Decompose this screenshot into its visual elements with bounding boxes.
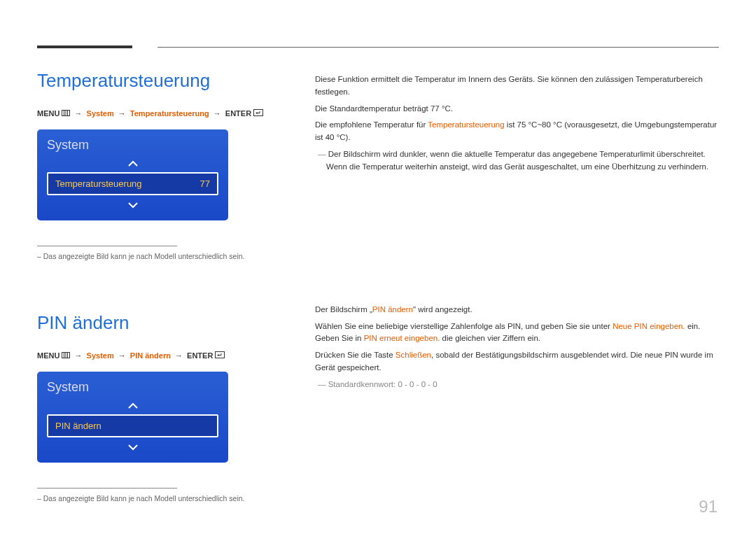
section-title-pin: PIN ändern	[37, 312, 289, 334]
system-menu-box-temperature: System Temperatursteuerung 77	[37, 129, 228, 220]
dash-icon: ―	[318, 380, 328, 388]
divider	[37, 488, 177, 489]
left-column: Temperatursteuerung MENU → System → Temp…	[37, 70, 289, 503]
breadcrumb-menu: MENU	[37, 109, 59, 118]
chevron-up-row[interactable]	[47, 399, 218, 412]
menu-item-pin[interactable]: PIN ändern	[47, 414, 218, 437]
chevron-down-row[interactable]	[47, 198, 218, 211]
divider	[37, 246, 177, 246]
arrow-icon: →	[118, 109, 126, 118]
enter-icon	[253, 109, 263, 118]
menu-item-label: Temperatursteuerung	[55, 178, 142, 189]
menu-box-title: System	[47, 138, 218, 153]
chevron-down-icon	[127, 202, 139, 209]
breadcrumb-enter: ENTER	[187, 351, 213, 360]
keyword: Temperatursteuerung	[428, 120, 504, 129]
breadcrumb-system: System	[87, 351, 114, 360]
keyword: Schließen	[396, 351, 431, 359]
menu-item-label: PIN ändern	[55, 421, 102, 431]
system-menu-box-pin: System PIN ändern	[37, 372, 228, 463]
top-horizontal-rule	[158, 47, 719, 48]
arrow-icon: →	[75, 109, 83, 118]
arrow-icon: →	[118, 351, 126, 360]
image-note: Das angezeigte Bild kann je nach Modell …	[37, 494, 289, 503]
keyword: PIN erneut eingeben.	[364, 334, 440, 342]
dash-paragraph: ― Standardkennwort: 0 - 0 - 0 - 0	[315, 379, 718, 391]
breadcrumb-pin: MENU → System → PIN ändern → ENTER	[37, 351, 289, 360]
dash-icon: ―	[318, 150, 328, 158]
paragraph: Drücken Sie die Taste Schließen, sobald …	[315, 349, 718, 374]
keyword: PIN ändern	[372, 305, 413, 314]
enter-icon	[215, 351, 225, 360]
paragraph: Diese Funktion ermittelt die Temperatur …	[315, 73, 718, 99]
breadcrumb-menu: MENU	[37, 351, 59, 360]
menu-icon	[62, 109, 70, 118]
body-text-pin: Der Bildschirm „PIN ändern" wird angezei…	[315, 304, 718, 391]
menu-icon	[62, 351, 70, 360]
image-note: Das angezeigte Bild kann je nach Modell …	[37, 252, 289, 260]
arrow-icon: →	[214, 109, 221, 118]
menu-item-temperature[interactable]: Temperatursteuerung 77	[47, 172, 218, 195]
section-temperature: Temperatursteuerung MENU → System → Temp…	[37, 70, 289, 260]
chevron-down-row[interactable]	[47, 440, 218, 453]
page-number: 91	[699, 497, 718, 517]
chevron-up-row[interactable]	[47, 157, 218, 169]
breadcrumb-temperature: MENU → System → Temperatursteuerung → EN…	[37, 109, 289, 118]
section-title-temperature: Temperatursteuerung	[37, 70, 289, 92]
top-bar-accent	[37, 45, 132, 48]
section-pin: PIN ändern MENU → System → PIN ändern → …	[37, 312, 289, 503]
chevron-up-icon	[127, 402, 139, 409]
paragraph: Die Standardtemperatur beträgt 77 °C.	[315, 103, 718, 115]
right-column: Diese Funktion ermittelt die Temperatur …	[315, 73, 718, 395]
breadcrumb-item: PIN ändern	[130, 351, 171, 360]
breadcrumb-system: System	[87, 109, 114, 118]
chevron-up-icon	[127, 160, 139, 167]
dash-paragraph: ― Der Bildschirm wird dunkler, wenn die …	[315, 148, 718, 174]
keyword: Neue PIN eingeben.	[612, 322, 685, 330]
arrow-icon: →	[75, 351, 83, 360]
paragraph: Wählen Sie eine beliebige vierstellige Z…	[315, 321, 718, 346]
menu-item-value: 77	[200, 178, 210, 189]
chevron-down-icon	[127, 444, 139, 451]
paragraph: Die empfohlene Temperatur für Temperatur…	[315, 119, 718, 144]
menu-box-title: System	[47, 380, 218, 395]
body-text-temperature: Diese Funktion ermittelt die Temperatur …	[315, 73, 718, 174]
paragraph: Der Bildschirm „PIN ändern" wird angezei…	[315, 304, 718, 316]
arrow-icon: →	[175, 351, 183, 360]
breadcrumb-item: Temperatursteuerung	[130, 109, 209, 118]
breadcrumb-enter: ENTER	[225, 109, 251, 118]
